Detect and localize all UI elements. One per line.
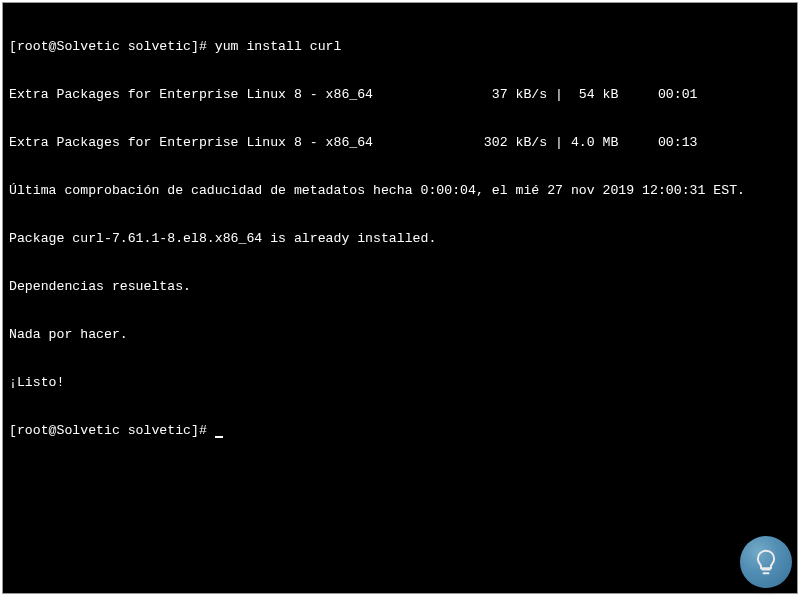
terminal-line: Dependencias resueltas. <box>9 279 791 295</box>
terminal-line: Extra Packages for Enterprise Linux 8 - … <box>9 135 791 151</box>
terminal-line: Extra Packages for Enterprise Linux 8 - … <box>9 87 791 103</box>
lightbulb-icon <box>751 547 781 577</box>
terminal-prompt: [root@Solvetic solvetic]# <box>9 423 215 438</box>
watermark-badge <box>740 536 792 588</box>
terminal-line: [root@Solvetic solvetic]# yum install cu… <box>9 39 791 55</box>
terminal-window[interactable]: [root@Solvetic solvetic]# yum install cu… <box>2 2 798 594</box>
terminal-prompt-line[interactable]: [root@Solvetic solvetic]# <box>9 423 791 439</box>
terminal-cursor <box>215 436 223 438</box>
terminal-line: Última comprobación de caducidad de meta… <box>9 183 791 199</box>
terminal-line: Package curl-7.61.1-8.el8.x86_64 is alre… <box>9 231 791 247</box>
terminal-line: ¡Listo! <box>9 375 791 391</box>
terminal-line: Nada por hacer. <box>9 327 791 343</box>
